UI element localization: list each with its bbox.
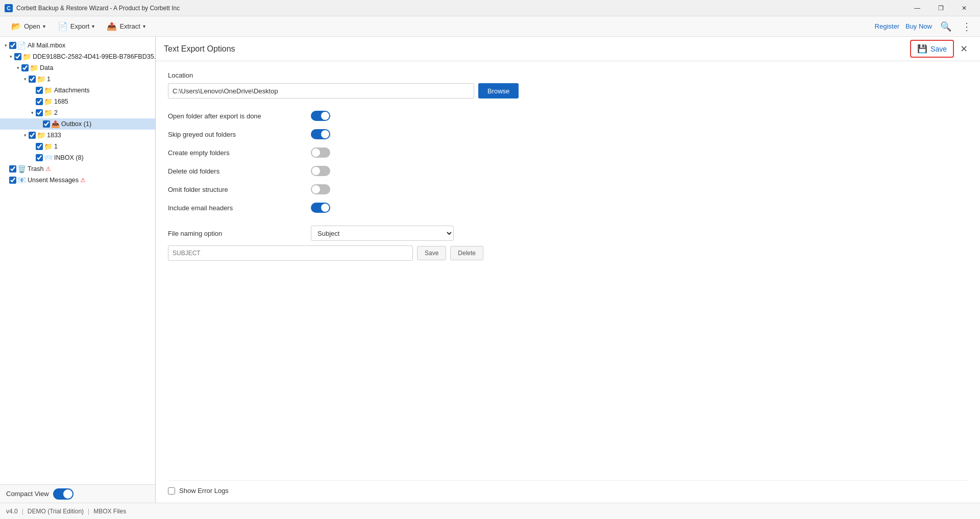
buy-now-link[interactable]: Buy Now xyxy=(905,22,932,30)
file-type-label: MBOX Files xyxy=(93,508,126,515)
tree-item-trash[interactable]: 🗑️ Trash ⚠ xyxy=(0,163,155,175)
outbox-icon: 📤 xyxy=(51,120,60,128)
extract-button[interactable]: 📤 Extract ▾ xyxy=(102,19,150,33)
sub-save-button[interactable]: Save xyxy=(417,246,446,260)
error-badge: ⚠ xyxy=(80,177,86,184)
open-label: Open xyxy=(24,22,40,30)
close-button[interactable]: ✕ xyxy=(952,0,976,16)
more-options-button[interactable]: ⋮ xyxy=(960,18,974,35)
subject-input[interactable] xyxy=(168,245,413,261)
tree-checkbox[interactable] xyxy=(36,98,43,105)
location-section: Location Browse xyxy=(168,71,968,98)
status-separator2: | xyxy=(88,508,89,515)
folder-icon: 📁 xyxy=(44,142,53,151)
window-controls: — ❐ ✕ xyxy=(905,0,976,16)
statusbar: v4.0 | DEMO (Trial Edition) | MBOX Files xyxy=(0,503,980,519)
open-button[interactable]: 📂 Open ▾ xyxy=(6,19,51,33)
file-tree: ▾ 📄 All Mail.mbox ▾ 📁 DDE918BC-2582-4D41… xyxy=(0,37,155,484)
tree-item[interactable]: ▾ 📁 1 xyxy=(0,73,155,85)
omit-structure-toggle[interactable] xyxy=(311,184,330,194)
folder-icon: 📁 xyxy=(37,131,45,139)
create-empty-toggle[interactable] xyxy=(311,147,330,158)
maximize-button[interactable]: ❐ xyxy=(929,0,952,16)
subject-row: Save Delete xyxy=(168,245,968,261)
tree-toggle[interactable]: ▾ xyxy=(2,42,9,49)
toggle-slider xyxy=(311,129,330,139)
tree-item[interactable]: 📁 Attachments xyxy=(0,85,155,96)
toggle-row-omit-structure: Omit folder structure xyxy=(168,180,968,199)
sub-delete-button[interactable]: Delete xyxy=(450,246,483,260)
tree-checkbox[interactable] xyxy=(43,120,50,128)
export-button[interactable]: 📄 Export ▾ xyxy=(53,19,100,33)
tree-item-outbox[interactable]: 📤 Outbox (1) xyxy=(0,118,155,130)
tree-checkbox[interactable] xyxy=(9,42,16,49)
tree-checkbox[interactable] xyxy=(36,154,43,161)
tree-label: Unsent Messages xyxy=(28,177,79,184)
tree-toggle[interactable]: ▾ xyxy=(14,64,21,71)
tree-checkbox[interactable] xyxy=(36,109,43,116)
tree-item[interactable]: ▾ 📁 DDE918BC-2582-4D41-99EB-B786FBD35... xyxy=(0,51,155,62)
show-error-logs-checkbox[interactable] xyxy=(168,487,175,495)
search-button[interactable]: 🔍 xyxy=(938,19,953,34)
register-link[interactable]: Register xyxy=(875,22,899,30)
tree-item-unsent[interactable]: 📧 Unsent Messages ⚠ xyxy=(0,175,155,186)
location-row: Browse xyxy=(168,83,968,98)
show-error-logs-label: Show Error Logs xyxy=(179,487,229,495)
tree-item-inbox[interactable]: 📨 INBOX (8) xyxy=(0,152,155,163)
compact-view-bar: Compact View xyxy=(0,484,155,503)
open-folder-toggle[interactable] xyxy=(311,111,330,121)
edition-label: DEMO (Trial Edition) xyxy=(28,508,84,515)
tree-item[interactable]: ▾ 📁 2 xyxy=(0,107,155,118)
skip-greyed-toggle[interactable] xyxy=(311,129,330,139)
titlebar: C Corbett Backup & Restore Wizard - A Pr… xyxy=(0,0,980,16)
compact-toggle-slider xyxy=(53,488,74,500)
toggle-slider xyxy=(311,203,330,213)
minimize-button[interactable]: — xyxy=(905,0,929,16)
unsent-icon: 📧 xyxy=(17,176,26,184)
tree-item[interactable]: 📁 1 xyxy=(0,141,155,152)
tree-label: Outbox (1) xyxy=(61,120,91,128)
extract-dropdown-icon: ▾ xyxy=(143,23,145,29)
main-layout: ▾ 📄 All Mail.mbox ▾ 📁 DDE918BC-2582-4D41… xyxy=(0,37,980,503)
tree-checkbox[interactable] xyxy=(21,64,29,71)
browse-button[interactable]: Browse xyxy=(478,83,519,98)
tree-label: All Mail.mbox xyxy=(28,42,65,49)
tree-toggle[interactable]: ▾ xyxy=(21,76,29,83)
delete-old-toggle[interactable] xyxy=(311,166,330,176)
tree-checkbox[interactable] xyxy=(29,76,36,83)
location-input[interactable] xyxy=(168,83,474,98)
tree-label: 2 xyxy=(54,109,58,116)
tree-label: Attachments xyxy=(54,87,89,94)
tree-checkbox[interactable] xyxy=(36,143,43,150)
folder-icon: 📁 xyxy=(30,64,38,72)
folder-icon: 📁 xyxy=(37,75,45,83)
compact-view-toggle[interactable] xyxy=(53,488,74,500)
tree-checkbox[interactable] xyxy=(9,177,16,184)
folder-icon: 📁 xyxy=(44,109,53,117)
tree-checkbox[interactable] xyxy=(36,87,43,94)
tree-checkbox[interactable] xyxy=(29,132,36,139)
tree-item[interactable]: 📁 1685 xyxy=(0,96,155,107)
save-button[interactable]: 💾 Save xyxy=(912,42,952,56)
folder-icon: 📁 xyxy=(44,97,53,106)
file-naming-select[interactable]: Subject Date From To Message ID xyxy=(311,226,454,241)
folder-icon: 📁 xyxy=(44,86,53,94)
tree-item[interactable]: ▾ 📁 Data xyxy=(0,62,155,73)
toolbar-right: Register Buy Now 🔍 ⋮ xyxy=(875,18,974,35)
include-headers-toggle[interactable] xyxy=(311,203,330,213)
tree-checkbox[interactable] xyxy=(14,53,21,60)
tree-checkbox[interactable] xyxy=(9,165,16,172)
tree-item[interactable]: ▾ 📄 All Mail.mbox xyxy=(0,40,155,51)
close-panel-button[interactable]: ✕ xyxy=(956,41,972,57)
file-naming-row: File naming option Subject Date From To … xyxy=(168,223,968,243)
tree-toggle[interactable]: ▾ xyxy=(7,53,14,60)
panel-title: Text Export Options xyxy=(164,44,235,54)
inbox-icon: 📨 xyxy=(44,154,53,162)
tree-toggle[interactable]: ▾ xyxy=(21,132,29,139)
tree-label: 1 xyxy=(47,76,51,83)
trash-icon: 🗑️ xyxy=(17,165,26,173)
tree-toggle[interactable]: ▾ xyxy=(29,109,36,116)
error-badge: ⚠ xyxy=(45,165,51,172)
tree-item[interactable]: ▾ 📁 1833 xyxy=(0,130,155,141)
location-label: Location xyxy=(168,71,968,79)
